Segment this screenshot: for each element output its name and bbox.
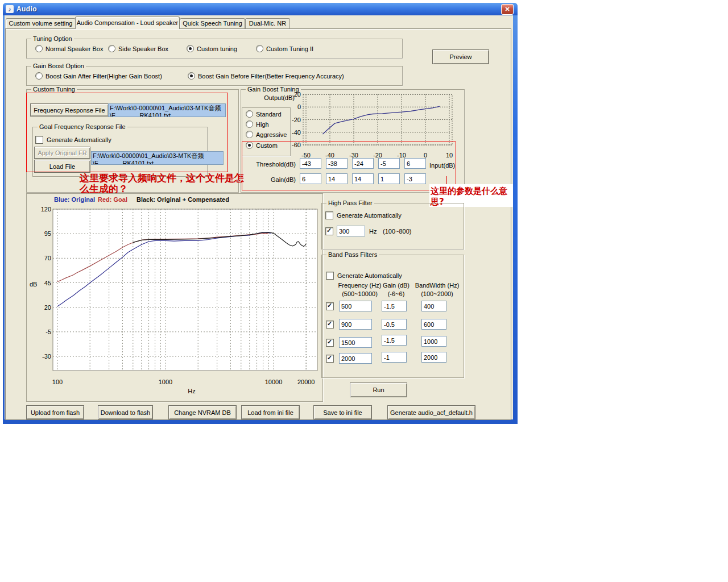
gain-input-2[interactable] [326,173,348,184]
audio-window: ♪ Audio ✕ Custom volume setting Audio Co… [3,3,518,424]
svg-text:45: 45 [44,280,51,286]
radio-high[interactable]: High [246,120,269,128]
load-from-ini-file-button[interactable]: Load from ini file [241,405,300,419]
gain-input-1[interactable] [300,173,321,184]
frequency-response-file-button[interactable]: Frequency Response File [30,103,109,117]
goal-path-field[interactable]: F:\Work\0-00000\01_Audio\03-MTK音频 \F RK4… [91,151,224,165]
tab-dual-mic-nr[interactable]: Dual-Mic. NR [245,18,290,29]
bpf-row3-bandwidth-input[interactable] [421,336,446,347]
bpf-row1-gain-input[interactable] [382,301,407,311]
bpf-row4-bandwidth-input[interactable] [421,352,446,363]
gain-input-4[interactable] [378,173,400,184]
bpf-row4-checkbox[interactable] [326,355,334,363]
bpf-row2-gain-input[interactable] [382,319,407,330]
window-title: Audio [16,5,37,13]
radio-custom-tuning[interactable]: Custom tuning [187,45,237,52]
path-line-1: F:\Work\0-00000\01_Audio\03-MTK音频 [93,152,222,160]
path-line-2: \F RK4101.txt [110,112,224,117]
bpf-generate-automatically-checkbox[interactable]: Generate Automatically [326,272,402,280]
bpf-header-bandwidth-range: (100~2000) [413,290,461,297]
threshold-input-2[interactable] [326,158,348,169]
hpf-generate-automatically-checkbox[interactable]: Generate Automatically [325,211,402,219]
radio-custom[interactable]: Custom [246,142,278,149]
radio-icon [246,110,253,118]
radio-label: Aggressive [256,131,287,138]
bpf-row3-checkbox[interactable] [326,339,334,347]
hpf-enable-checkbox[interactable] [325,227,333,235]
threshold-input-4[interactable] [378,158,400,169]
tab-audio-compensation-loud-speaker[interactable]: Audio Compensation - Loud speaker [75,16,180,29]
close-button[interactable]: ✕ [501,4,514,15]
bpf-row1-bandwidth-input[interactable] [421,301,446,311]
radio-label: Boost Gain Before Filter(Better Frequenc… [198,73,344,80]
radio-aggressive[interactable]: Aggressive [246,131,287,138]
checkbox-icon [325,227,333,235]
radio-side-speaker-box[interactable]: Side Speaker Box [108,45,168,52]
upload-from-flash-button[interactable]: Upload from flash [26,405,84,419]
band-pass-filters-group: Band Pass Filters Generate Automatically… [321,255,464,378]
bpf-row2-bandwidth-input[interactable] [421,319,446,330]
bpf-row2-frequency-input[interactable] [339,319,372,330]
checkbox-icon [325,211,333,219]
path-line-1: F:\Work\0-00000\01_Audio\03-MTK音频 [110,105,224,112]
path-line-2: \F RK4101.txt [93,160,222,165]
radio-label: High [256,121,269,128]
radio-normal-speaker-box[interactable]: Normal Speaker Box [35,45,104,52]
threshold-input-1[interactable] [300,158,321,169]
preview-button[interactable]: Preview [432,49,489,64]
bpf-row3-gain-input[interactable] [382,335,407,346]
bpf-row1-checkbox[interactable] [326,302,334,310]
radio-standard[interactable]: Standard [246,110,282,118]
svg-text:20: 20 [294,91,301,98]
group-title: Custom Tuning [31,86,77,93]
radio-boost-gain-before-filter[interactable]: Boost Gain Before Filter(Better Frequenc… [188,72,344,80]
load-file-button[interactable]: Load File [34,160,90,173]
apply-original-fr-button[interactable]: Apply Original FR [34,147,90,159]
run-button[interactable]: Run [350,383,407,397]
bpf-row2-checkbox[interactable] [326,321,334,329]
radio-icon [188,72,195,80]
radio-label: Boost Gain After Filter(Higher Gain Boos… [46,73,162,80]
radio-custom-tuning-ii[interactable]: Custom Tuning II [256,45,313,52]
bpf-row4-gain-input[interactable] [382,352,407,363]
group-title: Goal Frequency Response File [38,123,127,130]
hpf-range-label: (100~800) [383,228,411,235]
svg-text:dB: dB [30,281,37,288]
tab-custom-volume-setting[interactable]: Custom volume setting [6,18,76,29]
svg-text:10000: 10000 [265,379,283,385]
bpf-row4-frequency-input[interactable] [339,353,372,364]
gain-input-5[interactable] [404,173,426,184]
threshold-input-5[interactable] [404,158,426,169]
radio-icon [187,45,194,52]
threshold-input-3[interactable] [352,158,374,169]
titlebar[interactable]: ♪ Audio ✕ [3,3,518,15]
svg-text:-30: -30 [42,353,51,360]
frequency-response-path-field[interactable]: F:\Work\0-00000\01_Audio\03-MTK音频 \F RK4… [108,103,226,117]
radio-boost-gain-after-filter[interactable]: Boost Gain After Filter(Higher Gain Boos… [35,72,162,80]
svg-text:-5: -5 [46,329,51,335]
checkbox-label: Generate Automatically [337,212,402,219]
change-nvram-db-button[interactable]: Change NVRAM DB [168,405,237,419]
svg-text:0: 0 [297,103,301,110]
radio-label: Custom tuning [197,45,237,52]
bpf-row3-frequency-input[interactable] [339,337,372,348]
goal-generate-automatically-checkbox[interactable]: Generate Automatically [35,136,111,144]
close-icon: ✕ [504,6,510,13]
save-to-ini-file-button[interactable]: Save to ini file [313,405,372,419]
checkbox-label: Generate Automatically [337,272,402,279]
bpf-row1-frequency-input[interactable] [339,301,372,311]
download-to-flash-button[interactable]: Download to flash [98,405,153,419]
desktop: ♪ Audio ✕ Custom volume setting Audio Co… [0,0,728,582]
svg-text:-60: -60 [292,142,301,148]
radio-icon [246,120,253,128]
hpf-frequency-input[interactable] [337,226,365,236]
generate-audio-acf-default-button[interactable]: Generate audio_acf_default.h [387,405,475,419]
svg-text:100: 100 [52,379,63,385]
radio-icon [35,72,43,80]
svg-text:20: 20 [44,304,51,311]
radio-label: Custom [256,142,278,149]
svg-text:95: 95 [44,230,51,237]
gain-input-3[interactable] [352,173,374,184]
tab-quick-speech-tuning[interactable]: Quick Speech Tuning [180,18,245,29]
bpf-header-frequency-range: (500~10000) [333,290,386,297]
